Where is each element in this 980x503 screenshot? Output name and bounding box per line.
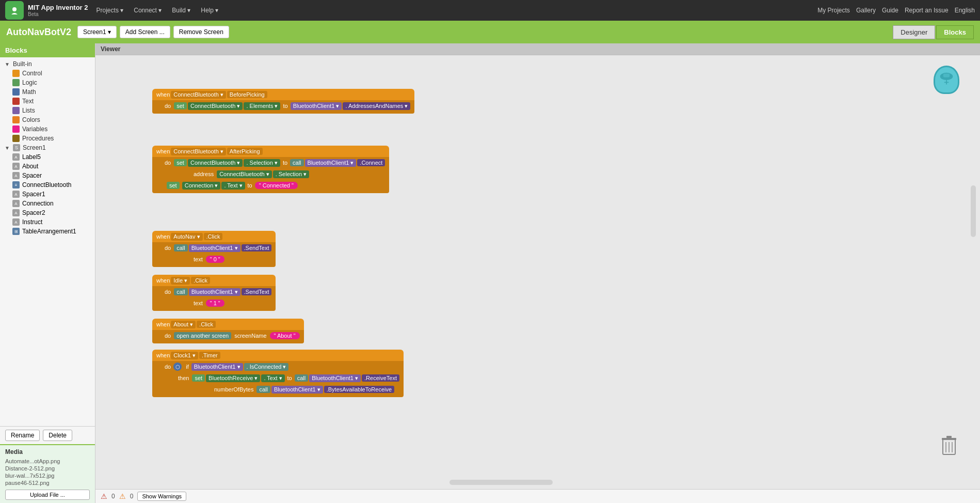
spacer-item[interactable]: A Spacer <box>8 171 95 180</box>
bytes-available-pill[interactable]: .BytesAvailableToReceive <box>324 386 394 393</box>
text-0-string[interactable]: " 0 " <box>206 256 224 263</box>
bt-receive-pill[interactable]: BluetoothReceive ▾ <box>206 374 260 382</box>
selection-pill[interactable]: . Selection ▾ <box>244 159 280 167</box>
do-set-block-1[interactable]: do set ConnectBluetooth ▾ . Elements ▾ t… <box>152 100 414 112</box>
autonav-pill[interactable]: AutoNav ▾ <box>171 233 202 241</box>
clock1-pill[interactable]: Clock1 ▾ <box>171 352 198 359</box>
when-idle-click[interactable]: when Idle ▾ .Click <box>152 275 276 286</box>
rename-button[interactable]: Rename <box>5 430 40 441</box>
connect-address-pill[interactable]: ConnectBluetooth ▾ <box>217 170 272 178</box>
text-pill[interactable]: . Text ▾ <box>221 182 245 190</box>
connect-pill-3[interactable]: ConnectBluetooth ▾ <box>188 159 243 167</box>
my-projects-link[interactable]: My Projects <box>817 7 850 14</box>
call-pill-2[interactable]: call <box>174 244 188 252</box>
when-before-picking-block[interactable]: when ConnectBluetooth ▾ BeforePicking <box>152 89 414 100</box>
click-pill-3[interactable]: .Click <box>197 321 216 328</box>
media-file-3[interactable]: blur-wal...7x512.jpg <box>5 472 90 479</box>
bluetooth-client-pill-1[interactable]: BluetoothClient1 ▾ <box>291 102 342 110</box>
after-picking-pill[interactable]: AfterPicking <box>227 148 263 155</box>
connected-string[interactable]: " Connected " <box>255 182 298 189</box>
elements-pill[interactable]: . Elements ▾ <box>244 102 280 110</box>
designer-button[interactable]: Designer <box>893 25 935 39</box>
set-keyword-1[interactable]: set <box>174 102 187 109</box>
sidebar-item-variables[interactable]: Variables <box>8 124 95 134</box>
selection-pill-2[interactable]: . Selection ▾ <box>273 170 309 178</box>
text-0-row[interactable]: text " 0 " <box>152 254 276 265</box>
connection-pill[interactable]: Connection ▾ <box>182 182 221 190</box>
add-screen-button[interactable]: Add Screen ... <box>120 26 170 38</box>
sidebar-item-colors[interactable]: Colors <box>8 115 95 124</box>
when-autonav-click[interactable]: when AutoNav ▾ .Click <box>152 231 276 242</box>
delete-button[interactable]: Delete <box>43 430 72 441</box>
sidebar-item-procedures[interactable]: Procedures <box>8 134 95 143</box>
addresses-pill[interactable]: . AddressesAndNames ▾ <box>343 102 410 110</box>
projects-menu[interactable]: Projects ▾ <box>92 5 128 16</box>
do-call-sendtext-0[interactable]: do call BluetoothClient1 ▾ .SendText <box>152 242 276 254</box>
media-file-1[interactable]: Automate...otApp.png <box>5 458 90 465</box>
blocks-canvas[interactable]: when ConnectBluetooth ▾ BeforePicking do… <box>95 55 980 489</box>
report-link[interactable]: Report an Issue <box>905 7 949 14</box>
receive-text-pill[interactable]: .ReceiveText <box>362 374 399 382</box>
is-connected-pill[interactable]: . IsConnected ▾ <box>244 363 289 371</box>
do-if-row[interactable]: do ⬡ if BluetoothClient1 ▾ . IsConnected… <box>152 361 404 372</box>
call-pill-5[interactable]: call <box>256 386 270 393</box>
do-set-block-2[interactable]: do set ConnectBluetooth ▾ . Selection ▾ … <box>152 157 389 168</box>
trash-icon[interactable] <box>939 432 959 458</box>
bt-client-pill-3[interactable]: BluetoothClient1 ▾ <box>189 244 240 252</box>
spacer1-item[interactable]: A Spacer1 <box>8 190 95 199</box>
text-1-string[interactable]: " 1 " <box>206 300 224 307</box>
backpack-icon[interactable] <box>934 66 959 94</box>
connect-action-pill[interactable]: .Connect <box>357 159 385 166</box>
sidebar-item-text[interactable]: Text <box>8 97 95 106</box>
set-keyword-4[interactable]: set <box>192 374 205 382</box>
call-pill[interactable]: call <box>290 159 304 166</box>
text-prop-pill[interactable]: . Text ▾ <box>261 374 284 382</box>
bluetooth-client-pill-2[interactable]: BluetoothClient1 ▾ <box>305 159 357 167</box>
build-menu[interactable]: Build ▾ <box>168 5 195 16</box>
sendtext-pill-1[interactable]: .SendText <box>242 244 272 252</box>
sidebar-item-math[interactable]: Math <box>8 87 95 97</box>
then-set-row[interactable]: then set BluetoothReceive ▾ . Text ▾ to … <box>152 372 404 384</box>
builtin-toggle[interactable]: ▼ Built-in <box>0 59 95 69</box>
remove-screen-button[interactable]: Remove Screen <box>173 26 229 38</box>
vertical-scrollbar[interactable] <box>971 185 976 237</box>
do-call-sendtext-1[interactable]: do call BluetoothClient1 ▾ .SendText <box>152 286 276 297</box>
bt-client-pill-4[interactable]: BluetoothClient1 ▾ <box>189 288 240 296</box>
label5-item[interactable]: A Label5 <box>8 152 95 162</box>
blocks-button[interactable]: Blocks <box>936 25 974 39</box>
when-after-picking-block[interactable]: when ConnectBluetooth ▾ AfterPicking <box>152 146 389 157</box>
click-pill-1[interactable]: .Click <box>204 233 223 240</box>
bt-client-pill-7[interactable]: BluetoothClient1 ▾ <box>271 386 323 394</box>
connect-pill-2[interactable]: ConnectBluetooth ▾ <box>171 148 226 155</box>
about-pill[interactable]: About ▾ <box>171 321 196 328</box>
instruct-item[interactable]: A Instruct <box>8 217 95 227</box>
connection-item[interactable]: A Connection <box>8 199 95 208</box>
when-about-click[interactable]: when About ▾ .Click <box>152 319 304 330</box>
media-file-2[interactable]: Distance-2-512.png <box>5 465 90 472</box>
call-pill-4[interactable]: call <box>295 374 309 382</box>
set-connection-block[interactable]: set Connection ▾ . Text ▾ to " Connected… <box>152 180 389 191</box>
sendtext-pill-2[interactable]: .SendText <box>242 288 272 295</box>
before-picking-pill[interactable]: BeforePicking <box>227 91 267 98</box>
screen1-button[interactable]: Screen1 ▾ <box>77 26 117 38</box>
sidebar-item-logic[interactable]: Logic <box>8 78 95 87</box>
sidebar-item-control[interactable]: Control <box>8 69 95 78</box>
sidebar-item-lists[interactable]: Lists <box>8 106 95 115</box>
connect-menu[interactable]: Connect ▾ <box>130 5 166 16</box>
open-screen-pill[interactable]: open another screen <box>174 332 231 339</box>
tablearrangement1-item[interactable]: ⊞ TableArrangement1 <box>8 227 95 236</box>
when-clock-timer[interactable]: when Clock1 ▾ .Timer <box>152 350 404 361</box>
connect-elements-pill[interactable]: ConnectBluetooth ▾ <box>188 102 243 110</box>
set-keyword-2[interactable]: set <box>174 159 187 166</box>
click-pill-2[interactable]: .Click <box>191 277 210 284</box>
horizontal-scrollbar[interactable] <box>449 480 553 485</box>
bt-client-pill-6[interactable]: BluetoothClient1 ▾ <box>309 374 361 382</box>
media-file-4[interactable]: pause46-512.png <box>5 479 90 486</box>
numbytes-row[interactable]: numberOfBytes call BluetoothClient1 ▾ .B… <box>152 384 404 395</box>
about-item[interactable]: A About <box>8 162 95 171</box>
address-row[interactable]: address ConnectBluetooth ▾ . Selection ▾ <box>152 168 389 180</box>
gallery-link[interactable]: Gallery <box>856 7 876 14</box>
spacer2-item[interactable]: A Spacer2 <box>8 208 95 217</box>
connect-pill-1[interactable]: ConnectBluetooth ▾ <box>171 91 226 99</box>
show-warnings-button[interactable]: Show Warnings <box>137 492 186 501</box>
